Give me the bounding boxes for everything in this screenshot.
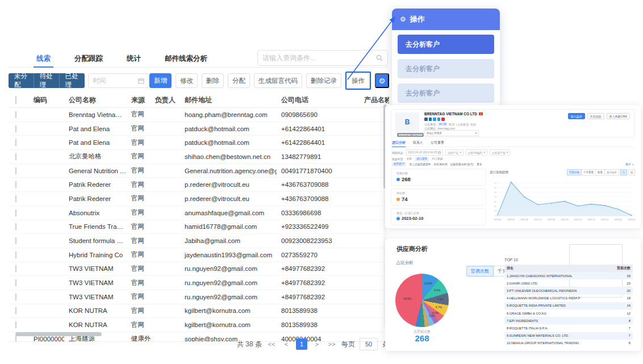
detail-action-button-0[interactable]: 加入监控 (568, 113, 585, 119)
row-checkbox[interactable] (15, 125, 16, 132)
detail-tab-1[interactable]: 联系人 (413, 139, 423, 147)
search-icon[interactable] (376, 55, 383, 61)
row-checkbox[interactable] (15, 111, 16, 118)
table-row[interactable]: Hybrid Training Co官网jaydenaustin1993@gma… (9, 248, 389, 262)
first-page-button[interactable]: << (266, 338, 277, 350)
toolbar-button-5[interactable]: 删除记录 (306, 73, 341, 88)
row-checkbox[interactable] (15, 153, 16, 160)
table-row[interactable]: KOR NUTRA官网kgilbert@kornutra.com80135899… (9, 304, 389, 319)
table-row[interactable]: Absonutrix官网anumashfaque@gmail.com033369… (9, 206, 389, 220)
trend-metric-button-0[interactable]: 贸易次数 (567, 169, 582, 175)
detail-action-button-2[interactable]: 导入并建CRM (607, 113, 630, 119)
last-page-button[interactable]: >> (327, 338, 337, 350)
toolbar-button-4[interactable]: 生成留言代码 (254, 73, 302, 88)
toolbar-button-0[interactable]: 新增 (149, 73, 172, 88)
row-checkbox[interactable] (15, 252, 16, 258)
row-checkbox[interactable] (15, 336, 16, 342)
expand-link[interactable]: 展开 ∨ (625, 162, 634, 166)
origin-country-select[interactable]: 全部原产国▾ (490, 149, 510, 156)
date-filter-input[interactable]: 时间 (88, 73, 149, 88)
horizontal-scrollbar-thumb[interactable] (15, 332, 102, 336)
row-checkbox[interactable] (15, 168, 16, 174)
line-chart-toggle-button[interactable]: ∿ (620, 169, 627, 175)
trend-metric-button-2[interactable]: 数量 (595, 169, 605, 175)
toolbar-button-3[interactable]: 分配 (228, 73, 250, 88)
youtube-icon[interactable] (441, 118, 445, 121)
table-row[interactable]: Student formula botanica官网Jabiha@gmail.c… (9, 234, 389, 248)
hs-code-select[interactable]: 全部HS编码▾ (466, 149, 487, 156)
per-page-select[interactable]: 50 (360, 338, 378, 350)
website-icon[interactable] (437, 118, 441, 121)
row-checkbox[interactable] (15, 181, 16, 188)
linkedin-icon[interactable] (429, 118, 432, 121)
date-range-picker[interactable]: 2023-04-26 2023-04-25 (406, 149, 443, 156)
table-row[interactable]: TW3 VIETNAM官网ru.nguyen92@gmail.com+84977… (9, 262, 389, 277)
table-row[interactable]: Patrik Rederer官网p.rederer@vitrocult.eu+4… (9, 192, 389, 206)
table-row[interactable]: General Nutrition Agency ...官网General.nu… (9, 164, 389, 178)
ops-menu-item-2[interactable]: 去分析客户 (398, 83, 494, 103)
toolbar-button-2[interactable]: 删除 (202, 73, 224, 88)
table-row[interactable]: Brenntag Vietnam Co. LTD官网hoang.pham@bre… (9, 108, 389, 122)
cell-company: Patrik Rederer (64, 181, 127, 188)
table-row[interactable]: TW3 VIETNAM官网ru.nguyen92@gmail.com+84977… (9, 290, 389, 304)
subnav-item-1[interactable]: 海上运输贸易提单 (409, 162, 431, 166)
row-checkbox[interactable] (15, 210, 16, 216)
status-filter-0[interactable]: 未分配 (9, 73, 34, 88)
search-input[interactable] (258, 54, 376, 62)
toolbar-button-6[interactable]: 操作 (347, 73, 369, 88)
status-filter-2[interactable]: 已处理 (60, 73, 85, 88)
tab-leads-3[interactable]: 邮件线索分析 (153, 50, 219, 67)
row-checkbox[interactable] (15, 195, 16, 202)
tab-leads-0[interactable]: 线索 (24, 50, 62, 67)
current-page-button[interactable]: 1 (296, 338, 307, 350)
svg-text:60: 60 (494, 187, 496, 189)
cell-source: 官网 (127, 139, 151, 147)
detail-tab-0[interactable]: 进口分析 (392, 139, 406, 147)
trend-metric-button-3[interactable]: 美元总价 (604, 169, 619, 175)
data-type-option-1[interactable]: 进口提单 (415, 157, 429, 161)
facebook-icon[interactable] (424, 118, 428, 121)
row-checkbox[interactable] (15, 139, 16, 146)
tab-leads-1[interactable]: 分配跟踪 (62, 50, 115, 67)
table-row[interactable]: Pat and Elena官网patduck@hotmail.com+61422… (9, 122, 389, 136)
ops-menu-item-0[interactable]: 去分析客户 (398, 35, 494, 54)
subnav-item-2[interactable]: 供应商布局 (434, 162, 448, 166)
trend-metric-button-1[interactable]: 千克重量 (581, 169, 596, 175)
detail-action-button-1[interactable]: 开启追踪 (587, 113, 604, 119)
ops-menu-item-1[interactable]: 去分析客户 (398, 59, 494, 78)
row-checkbox[interactable] (15, 223, 16, 230)
select-all-checkbox[interactable] (15, 96, 16, 104)
data-type-option-0[interactable]: 全部 (407, 157, 412, 161)
toolbar-button-1[interactable]: 修改 (176, 73, 198, 88)
table-row[interactable]: KOR NUTRA官网kgilbert@kornutra.com80135899… (9, 318, 389, 332)
row-checkbox[interactable] (15, 294, 16, 300)
similar-company-select[interactable]: 相似公司推荐 ▾ (424, 130, 479, 136)
product-select[interactable]: 全部产品▾ (445, 149, 464, 156)
data-type-option-2[interactable]: 出口数据 (432, 157, 442, 161)
table-toggle-button[interactable]: ▤ (628, 169, 635, 175)
table-row[interactable]: Pat and Elena官网patduck@hotmail.com+61422… (9, 136, 389, 150)
subnav-item-0[interactable]: 趋势统计 (392, 162, 406, 166)
tab-leads-2[interactable]: 统计 (115, 50, 153, 67)
table-row[interactable]: True Friends Traders官网hamid16778@gmail.c… (9, 220, 389, 235)
row-checkbox[interactable] (15, 237, 16, 244)
row-checkbox[interactable] (15, 265, 16, 272)
subnav-item-3[interactable]: 运输贸易分析(按月) (450, 162, 474, 166)
supplier-metric-button-0[interactable]: 贸易次数 (466, 266, 494, 277)
twitter-icon[interactable] (433, 118, 436, 121)
table-row[interactable]: Patrik Rederer官网p.rederer@vitrocult.eu+4… (9, 178, 389, 192)
status-filter-1[interactable]: 待处理 (34, 73, 60, 88)
prev-page-button[interactable]: < (281, 338, 291, 350)
search-box[interactable] (257, 50, 388, 66)
table-row[interactable]: 北京曼哈格官网shihao.chen@bestown.net.cn1348277… (9, 150, 389, 164)
row-checkbox[interactable] (15, 279, 16, 286)
row-checkbox[interactable] (15, 321, 16, 328)
row-checkbox[interactable] (15, 307, 16, 314)
detail-tab-2[interactable]: 公司董事 (431, 139, 444, 147)
cell-email: ru.nguyen92@gmail.com (180, 294, 277, 300)
next-page-button[interactable]: > (312, 338, 322, 350)
subnav-item-4[interactable]: 更多 (477, 162, 482, 166)
row-checkbox-cell (9, 168, 29, 174)
table-row[interactable]: TW3 VIETNAM官网ru.nguyen92@gmail.com+84977… (9, 276, 389, 290)
table-settings-gear-button[interactable]: ⚙ (375, 73, 389, 88)
